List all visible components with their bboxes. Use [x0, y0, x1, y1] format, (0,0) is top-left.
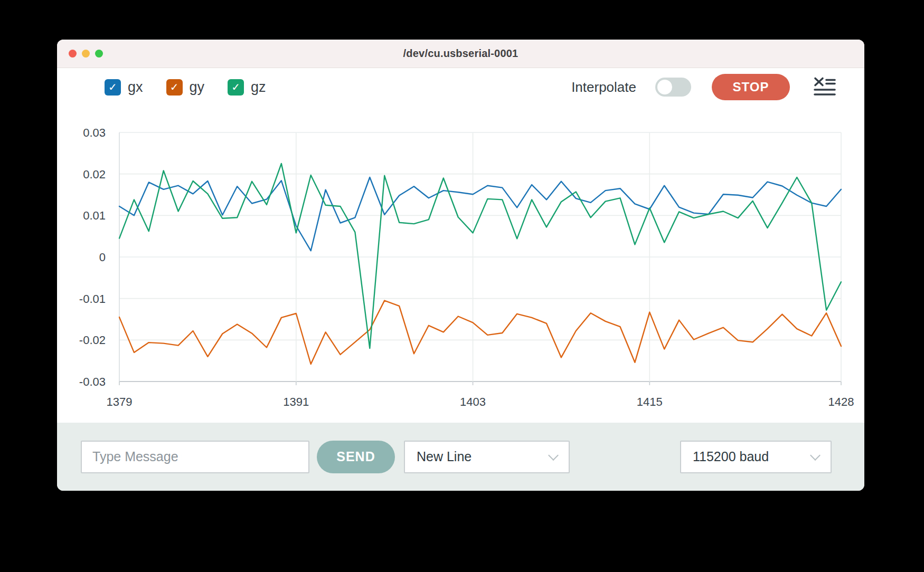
svg-text:-0.03: -0.03	[79, 375, 106, 388]
baud-rate-select[interactable]: 115200 baud	[680, 441, 832, 473]
svg-text:1428: 1428	[828, 395, 854, 408]
interpolate-label: Interpolate	[571, 79, 636, 96]
interpolate-toggle[interactable]	[655, 78, 691, 97]
svg-text:-0.01: -0.01	[79, 292, 106, 306]
svg-text:1415: 1415	[637, 395, 663, 408]
maximize-button[interactable]	[95, 50, 103, 58]
checkbox-checked-icon: ✓	[166, 79, 183, 96]
svg-text:0: 0	[99, 251, 106, 264]
message-input[interactable]	[81, 441, 309, 473]
series-label: gx	[128, 79, 143, 96]
series-label: gy	[190, 79, 205, 96]
stop-button[interactable]: STOP	[712, 74, 790, 100]
series-checkbox-gy[interactable]: ✓ gy	[166, 79, 205, 96]
series-checkbox-gx[interactable]: ✓ gx	[105, 79, 143, 96]
line-ending-value: New Line	[417, 449, 472, 464]
toolbar-right: Interpolate STOP	[571, 74, 836, 100]
send-button[interactable]: SEND	[317, 441, 395, 473]
traffic-lights	[69, 50, 103, 58]
message-bar: SEND New Line 115200 baud	[57, 423, 864, 491]
chevron-down-icon	[548, 450, 559, 461]
serial-plotter-window: /dev/cu.usbserial-0001 ✓ gx ✓ gy ✓ gz In…	[57, 40, 864, 491]
checkbox-checked-icon: ✓	[228, 79, 244, 96]
titlebar: /dev/cu.usbserial-0001	[57, 40, 864, 68]
svg-text:1379: 1379	[107, 395, 133, 408]
clear-list-icon[interactable]	[814, 77, 836, 98]
toggle-knob	[657, 80, 672, 94]
minimize-button[interactable]	[82, 50, 90, 58]
series-checkbox-gz[interactable]: ✓ gz	[228, 79, 266, 96]
baud-rate-value: 115200 baud	[693, 449, 769, 464]
series-label: gz	[251, 79, 266, 96]
checkbox-checked-icon: ✓	[105, 79, 121, 96]
svg-text:0.03: 0.03	[83, 126, 106, 139]
close-button[interactable]	[69, 50, 77, 58]
line-ending-select[interactable]: New Line	[404, 441, 570, 473]
chevron-down-icon	[810, 450, 821, 461]
svg-text:-0.02: -0.02	[79, 333, 106, 347]
svg-text:1403: 1403	[460, 395, 486, 408]
toolbar: ✓ gx ✓ gy ✓ gz Interpolate STOP	[57, 68, 864, 106]
svg-text:0.02: 0.02	[83, 168, 106, 181]
svg-text:1391: 1391	[283, 395, 309, 408]
line-chart: 0.030.020.010-0.01-0.02-0.03137913911403…	[57, 106, 864, 423]
window-title: /dev/cu.usbserial-0001	[57, 47, 864, 60]
svg-text:0.01: 0.01	[83, 209, 106, 222]
